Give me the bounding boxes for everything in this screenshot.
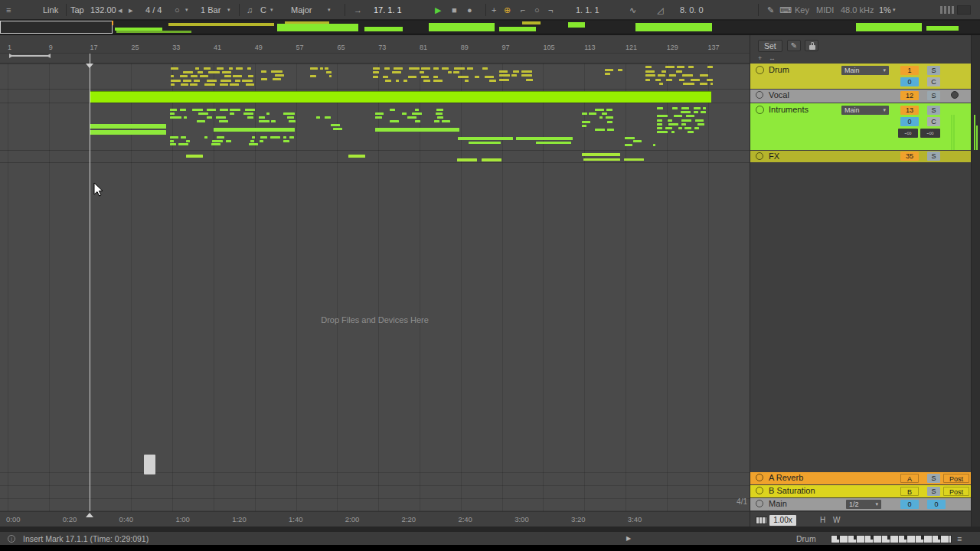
scale-mode-field[interactable]: Major xyxy=(291,0,312,20)
pan-readout[interactable]: -∞ xyxy=(920,129,940,138)
track-name[interactable]: A Reverb xyxy=(769,473,803,482)
lock-envelopes-icon[interactable] xyxy=(805,40,818,51)
pre-post-toggle[interactable]: Post xyxy=(943,487,969,496)
stop-button[interactable]: ■ xyxy=(452,0,457,20)
scale-icon[interactable]: ♫ xyxy=(247,0,253,20)
zoom-level[interactable]: 1.00x xyxy=(769,515,796,526)
arrangement-position-display[interactable]: 17. 1. 1 xyxy=(374,0,402,20)
zoom-width-button[interactable]: W xyxy=(833,516,840,524)
draw-mode-icon[interactable]: ✎ xyxy=(767,0,774,20)
solo-button[interactable]: S xyxy=(927,106,940,115)
expand-tracks-icon[interactable]: ↔ xyxy=(769,54,776,62)
track-header-drum[interactable]: Drum Main▾ 1 S 0 C xyxy=(750,64,972,89)
punch-out-icon[interactable]: ¬ xyxy=(548,0,553,20)
keyboard-icon[interactable] xyxy=(756,517,767,524)
playhead[interactable] xyxy=(90,54,90,511)
track-fold-icon[interactable] xyxy=(756,106,764,114)
time-signature-field[interactable]: 4 / 4 xyxy=(145,0,162,20)
track-fold-icon[interactable] xyxy=(756,91,763,99)
nudge-down-icon[interactable]: ◂ xyxy=(118,0,122,20)
metronome-dropdown-icon[interactable]: ▾ xyxy=(185,0,188,20)
track-header-fx[interactable]: FX 35 S xyxy=(750,151,972,162)
insert-marker-icon[interactable] xyxy=(86,64,93,68)
time-ruler[interactable]: 0:000:200:401:001:201:402:002:202:403:00… xyxy=(0,511,750,527)
link-button[interactable]: Link xyxy=(43,0,58,20)
crossfade-button[interactable]: C xyxy=(927,77,940,86)
scale-root-dropdown-icon[interactable]: ▾ xyxy=(270,0,273,20)
scale-root-field[interactable]: C xyxy=(260,0,266,20)
track-name[interactable]: Intruments xyxy=(769,105,808,114)
overview-view-box[interactable] xyxy=(0,21,113,34)
list-icon[interactable]: ≡ xyxy=(957,532,962,546)
output-routing-dropdown[interactable]: Main▾ xyxy=(841,66,889,75)
capture-midi-icon[interactable]: + xyxy=(492,0,496,20)
vertical-scrollbar[interactable] xyxy=(971,35,980,531)
quantize-menu[interactable]: 1 Bar xyxy=(201,0,220,20)
volume-readout[interactable]: -∞ xyxy=(898,129,918,138)
return-track-header-b-saturation[interactable]: B Saturation B S Post xyxy=(750,485,972,497)
arm-record-button[interactable] xyxy=(951,91,959,99)
automation-mode-icon[interactable]: ✎ xyxy=(787,40,801,51)
follow-icon[interactable]: → xyxy=(354,0,362,20)
beat-time-ruler[interactable]: 191725334149576573818997105113121129137 xyxy=(0,35,750,54)
track-name[interactable]: Drum xyxy=(769,65,789,74)
tap-tempo-button[interactable]: Tap xyxy=(70,0,84,20)
track-name[interactable]: Vocal xyxy=(769,90,789,99)
arrangement-lanes[interactable]: Drop Files and Devices Here 4/1 xyxy=(0,64,750,511)
track-fold-icon[interactable] xyxy=(756,152,763,160)
crossfade-button[interactable]: C xyxy=(927,117,940,126)
main-track-header[interactable]: Main 1/2▾ 0 0 xyxy=(750,498,972,510)
scale-mode-dropdown-icon[interactable]: ▾ xyxy=(328,0,331,20)
wave-icon[interactable]: ∿ xyxy=(629,0,636,20)
set-button[interactable]: Set xyxy=(758,40,782,52)
midi-map-button[interactable]: MIDI xyxy=(816,0,834,20)
quantize-dropdown-icon[interactable]: ▾ xyxy=(227,0,230,20)
play-button[interactable]: ▶ xyxy=(435,0,441,20)
fold-arrow-icon[interactable]: ▶ xyxy=(626,532,631,546)
track-fold-icon[interactable] xyxy=(756,500,763,507)
arrangement-overview[interactable] xyxy=(0,21,980,34)
track-header-intruments[interactable]: Intruments Main▾ 13 S 0 C -∞ -∞ xyxy=(750,103,972,150)
cue-volume[interactable]: 0 xyxy=(900,500,919,509)
loop-length-field[interactable]: 8. 0. 0 xyxy=(680,0,704,20)
main-volume[interactable]: 0 xyxy=(927,500,946,509)
loop-region-marker[interactable] xyxy=(9,55,51,57)
key-map-button[interactable]: Key xyxy=(795,0,809,20)
zoom-height-button[interactable]: H xyxy=(820,516,825,524)
insert-marker-highlight[interactable] xyxy=(144,455,155,474)
solo-button[interactable]: S xyxy=(927,152,940,161)
overdub-icon[interactable]: ⊕ xyxy=(504,0,511,20)
overload-indicator[interactable] xyxy=(957,5,971,15)
mini-piano-keyboard[interactable] xyxy=(831,535,952,543)
options-icon[interactable]: ≡ xyxy=(6,0,11,20)
solo-button[interactable]: S xyxy=(927,474,940,483)
monitor-in-button[interactable]: 0 xyxy=(900,77,919,86)
scrub-area[interactable] xyxy=(0,54,750,64)
solo-button[interactable]: S xyxy=(927,487,940,496)
cpu-dropdown-icon[interactable]: ▾ xyxy=(893,0,896,20)
punch-in-icon[interactable]: ⌐ xyxy=(521,0,525,20)
track-name[interactable]: FX xyxy=(769,152,779,161)
monitor-in-button[interactable]: 0 xyxy=(900,117,919,126)
nudge-up-icon[interactable]: ▸ xyxy=(129,0,133,20)
pre-post-toggle[interactable]: Post xyxy=(943,474,969,483)
track-name[interactable]: Main xyxy=(769,499,787,508)
midi-clip-notes[interactable] xyxy=(0,64,750,511)
solo-button[interactable]: S xyxy=(927,66,940,75)
tempo-field[interactable]: 132.00 xyxy=(90,0,116,20)
add-marker-icon[interactable]: + xyxy=(758,54,762,62)
track-fold-icon[interactable] xyxy=(756,487,763,494)
solo-button[interactable]: S xyxy=(927,91,940,100)
track-header-vocal[interactable]: Vocal 12 S xyxy=(750,90,972,103)
cpu-load-display[interactable]: 1% xyxy=(879,0,891,20)
computer-midi-keyboard-icon[interactable]: ⌨ xyxy=(779,0,792,20)
output-routing-dropdown[interactable]: Main▾ xyxy=(841,106,889,115)
loop-start-field[interactable]: 1. 1. 1 xyxy=(576,0,599,20)
track-name[interactable]: B Saturation xyxy=(769,486,815,495)
track-fold-icon[interactable] xyxy=(756,474,763,481)
loop-icon[interactable]: ○ xyxy=(534,0,540,20)
record-button[interactable]: ● xyxy=(467,0,472,20)
metronome-icon[interactable]: ○ xyxy=(175,0,180,20)
cue-out-dropdown[interactable]: 1/2▾ xyxy=(846,500,881,509)
track-fold-icon[interactable] xyxy=(756,66,764,74)
